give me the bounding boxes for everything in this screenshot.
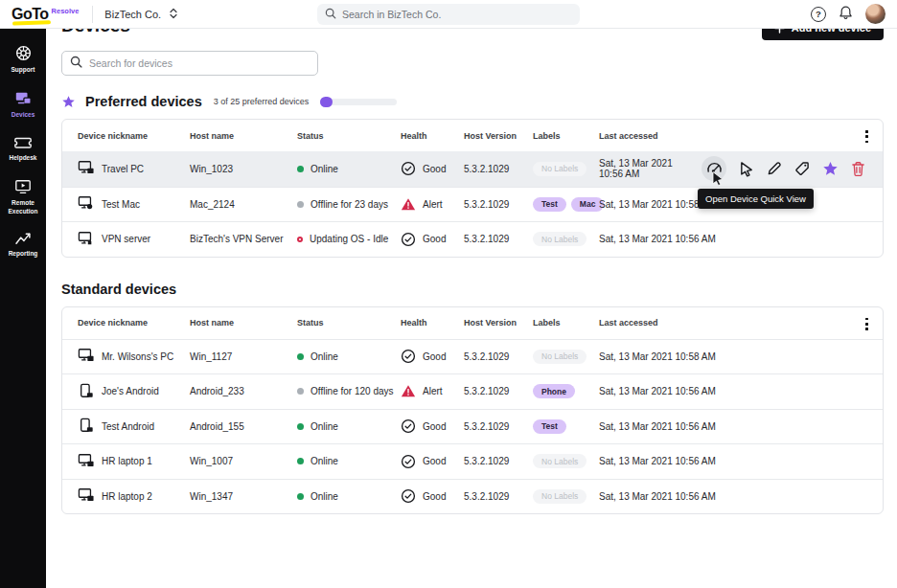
column-header: Health: [401, 131, 464, 141]
last-accessed: Sat, 13 Mar 2021 10:56 AM: [599, 456, 716, 466]
sidebar-item-label: Support: [12, 66, 35, 74]
device-nickname: HR laptop 1: [102, 456, 152, 466]
sidebar-item-devices[interactable]: Devices: [0, 90, 46, 119]
search-icon: [70, 55, 82, 72]
status-text: Online: [310, 456, 338, 466]
column-header: Status: [297, 318, 401, 328]
notifications-bell-icon[interactable]: [839, 5, 853, 24]
top-bar: GoTo Resolve BizTech Co. ?: [0, 0, 897, 29]
company-name: BizTech Co.: [104, 9, 161, 20]
host-name: Win_1127: [190, 351, 297, 362]
edit-pencil-icon[interactable]: [767, 161, 782, 176]
no-labels-pill: No Labels: [533, 454, 586, 468]
logo-goto-text: GoTo: [12, 6, 49, 23]
device-nickname: HR laptop 2: [102, 491, 152, 502]
standard-devices-table: Device nickname Host name Status Health …: [61, 306, 884, 515]
host-name: Win_1023: [190, 164, 297, 174]
column-header: Device nickname: [78, 131, 190, 141]
standard-devices-title: Standard devices: [61, 282, 884, 297]
online-status-dot: [297, 166, 304, 172]
health-good-icon: [401, 161, 416, 176]
status-text: Online: [310, 351, 338, 362]
host-version: 5.3.2.1029: [464, 421, 533, 432]
table-row[interactable]: Mr. Wilsons's PC Win_1127 Online Good 5.…: [62, 339, 883, 374]
device-nickname: Travel PC: [102, 164, 144, 174]
labels-tag-icon[interactable]: [794, 161, 810, 176]
sidebar-item-label: Remote Execution: [4, 199, 42, 215]
search-icon: [325, 6, 336, 23]
mobile-device-icon: [78, 418, 95, 435]
sidebar-item-reporting[interactable]: Reporting: [0, 232, 46, 258]
device-search-input[interactable]: [89, 57, 310, 69]
online-status-dot: [297, 353, 304, 360]
status-text: Updating OS - Idle: [310, 234, 388, 244]
main-content: Devices Add new device Preferred devices…: [46, 0, 897, 514]
chevron-up-down-icon: [169, 6, 178, 23]
column-header: Host Version: [464, 318, 533, 328]
online-status-dot: [297, 423, 304, 430]
last-accessed: Sat, 13 Mar 2021 10:56 AM: [599, 421, 716, 432]
online-status-dot: [297, 458, 304, 464]
last-accessed: Sat, 13 Mar 2021 10:56 AM: [599, 158, 695, 179]
global-search-input[interactable]: [342, 9, 572, 20]
company-selector[interactable]: BizTech Co.: [104, 6, 178, 23]
offline-status-dot: [297, 388, 304, 395]
table-row[interactable]: HR laptop 1 Win_1007 Online Good 5.3.2.1…: [62, 443, 883, 479]
table-row[interactable]: VPN server BizTech's VPN Server Updating…: [62, 221, 883, 257]
health-text: Good: [423, 456, 446, 466]
last-accessed: Sat, 13 Mar 2021 10:58 AM: [599, 351, 716, 362]
table-row[interactable]: Travel PC Win_1023 Online Good 5.3.2.102…: [62, 151, 883, 187]
host-version: 5.3.2.1029: [464, 456, 533, 466]
status-text: Online: [310, 421, 338, 432]
help-icon[interactable]: ?: [811, 7, 826, 22]
sidebar-item-remote-execution[interactable]: Remote Execution: [0, 178, 46, 215]
mobile-device-icon: [78, 383, 95, 400]
sidebar-item-support[interactable]: Support: [0, 44, 46, 74]
health-good-icon: [401, 488, 416, 504]
label-pill[interactable]: Phone: [533, 384, 575, 398]
updating-status-ring-icon: [297, 237, 303, 242]
health-alert-icon: [401, 197, 416, 212]
devices-icon: [13, 90, 33, 107]
preferred-star-button[interactable]: [822, 161, 839, 177]
user-avatar[interactable]: [865, 4, 886, 24]
table-options-kebab-icon[interactable]: [862, 127, 871, 146]
label-pill[interactable]: Test: [533, 419, 566, 434]
remote-control-button[interactable]: [739, 161, 754, 177]
desktop-device-icon: [78, 160, 95, 177]
global-search[interactable]: [317, 4, 580, 25]
health-alert-icon: [401, 384, 416, 398]
table-row[interactable]: HR laptop 2 Win_1347 Online Good 5.3.2.1…: [62, 479, 883, 514]
health-text: Alert: [423, 386, 443, 396]
device-nickname: VPN server: [102, 234, 150, 244]
health-text: Alert: [423, 199, 443, 210]
column-header: Last accessed: [599, 318, 867, 328]
preferred-star-icon: [61, 95, 76, 109]
table-row[interactable]: Test Android Android_155 Online Good 5.3…: [62, 409, 883, 444]
no-labels-pill: No Labels: [533, 162, 586, 176]
row-actions: Open Device Quick View: [702, 156, 865, 181]
table-row[interactable]: Joe's Android Android_233 Offline for 12…: [62, 373, 883, 409]
label-pill[interactable]: Test: [533, 197, 566, 212]
device-nickname: Test Mac: [102, 199, 140, 210]
preferred-count-text: 3 of 25 preferred devices: [214, 97, 310, 106]
health-good-icon: [401, 232, 416, 247]
no-labels-pill: No Labels: [533, 232, 586, 246]
status-text: Offline for 120 days: [310, 386, 394, 396]
topbar-divider: [92, 6, 93, 23]
health-text: Good: [423, 491, 446, 502]
column-header: Labels: [533, 131, 599, 141]
host-name: Mac_2124: [190, 199, 297, 210]
health-good-icon: [401, 418, 416, 434]
health-text: Good: [423, 421, 446, 432]
goto-resolve-logo[interactable]: GoTo Resolve: [12, 6, 79, 23]
sidebar-item-label: Reporting: [9, 250, 38, 258]
sidebar-item-helpdesk[interactable]: Helpdesk: [0, 135, 46, 162]
delete-trash-icon[interactable]: [851, 161, 865, 177]
device-search[interactable]: [61, 51, 318, 76]
table-options-kebab-icon[interactable]: [862, 315, 871, 333]
last-accessed: Sat, 13 Mar 2021 10:56 AM: [599, 234, 716, 244]
table-header-row: Device nickname Host name Status Health …: [62, 120, 883, 151]
column-header: Last accessed: [599, 131, 867, 141]
quick-view-button[interactable]: Open Device Quick View: [702, 156, 726, 181]
